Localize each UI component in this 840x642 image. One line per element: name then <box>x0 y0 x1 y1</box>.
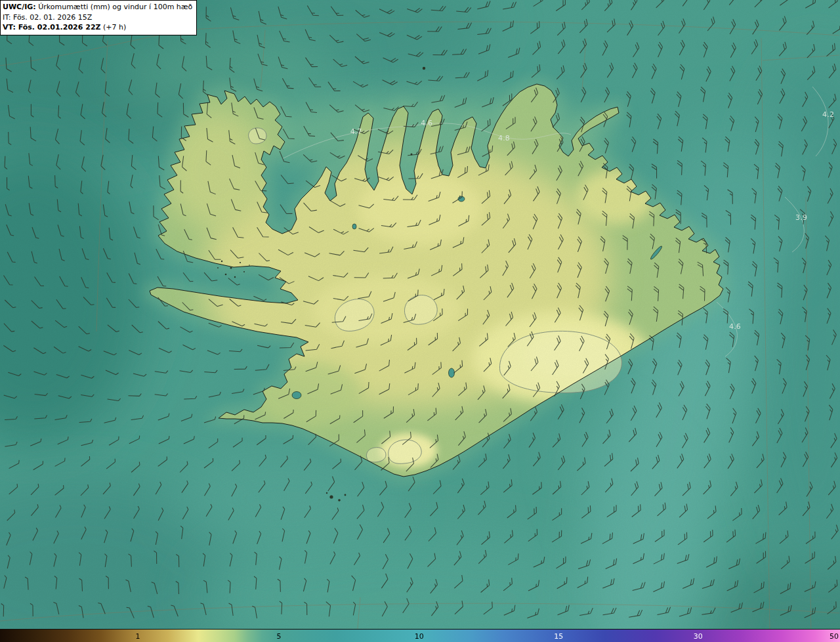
colorbar-tick-label: 1 <box>135 632 140 639</box>
valid-time: VT: Fös. 02.01.2026 22Z (+7 h) <box>3 22 192 33</box>
colorbar-tick-label: 30 <box>694 632 703 639</box>
product-name: UWC/IG: <box>3 3 36 11</box>
valid-time-main: VT: Fös. 02.01.2026 22Z <box>3 23 101 32</box>
title-line-product: UWC/IG: Úrkomumætti (mm) og vindur í 100… <box>3 2 192 12</box>
product-title: Úrkomumætti (mm) og vindur í 100m hæð <box>38 3 192 11</box>
colorbar-tick-label: 5 <box>276 632 281 639</box>
init-time: IT: Fös. 02. 01. 2026 15Z <box>3 12 192 23</box>
title-box: UWC/IG: Úrkomumætti (mm) og vindur í 100… <box>0 0 197 35</box>
colorbar-tick-label: 15 <box>554 632 563 639</box>
colorbar: 1510153050 <box>0 629 840 642</box>
colorbar-tick-label: 10 <box>415 632 424 639</box>
dither-texture <box>0 0 840 642</box>
colorbar-tick-label: 50 <box>830 632 839 639</box>
weather-map-stage: 4.74.64.84.23.94.6 UWC/IG: Úrkomumætti (… <box>0 0 840 642</box>
weather-map-canvas <box>0 0 840 642</box>
valid-time-offset: (+7 h) <box>103 23 126 32</box>
